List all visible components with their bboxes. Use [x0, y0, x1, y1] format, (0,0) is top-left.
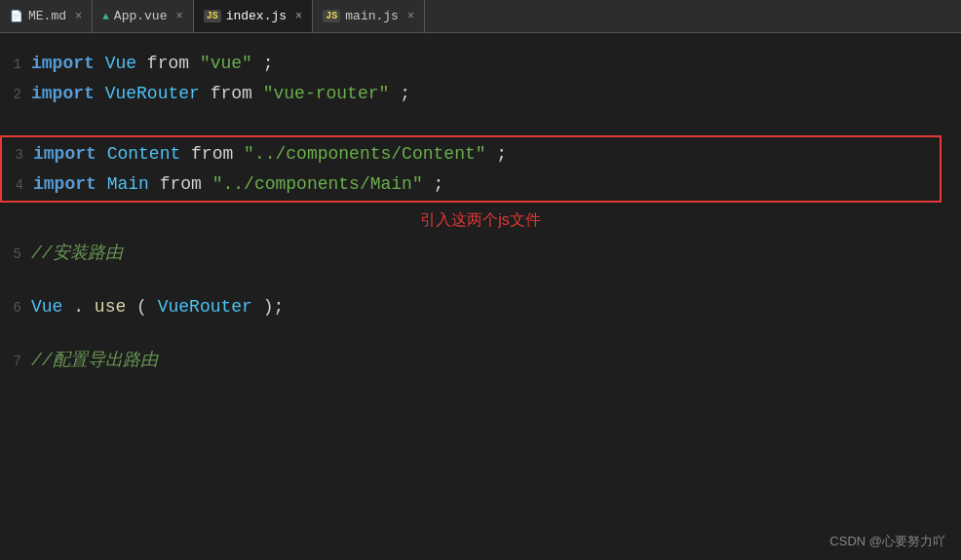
tab-readme-label: ME.md — [28, 9, 66, 23]
gutter-7: 7 — [0, 351, 31, 374]
line-content-3: import Content from "../components/Conte… — [33, 139, 920, 169]
empty-line-2 — [0, 269, 961, 292]
tab-bar: 📄 ME.md × ▲ App.vue × JS index.js × JS m… — [0, 0, 961, 33]
gutter-2: 2 — [0, 84, 31, 107]
code-line-7: 7 //配置导出路由 — [0, 346, 961, 376]
tab-indexjs-close[interactable]: × — [295, 10, 302, 23]
tab-appvue-close[interactable]: × — [175, 10, 182, 23]
str-main: "../components/Main" — [212, 174, 423, 194]
line-content-2: import VueRouter from "vue-router" ; — [31, 79, 942, 109]
tab-appvue-label: App.vue — [114, 9, 168, 23]
highlight-box: 3 import Content from "../components/Con… — [0, 135, 942, 203]
line-content-1: import Vue from "vue" ; — [31, 49, 942, 79]
semi-2: ; — [400, 84, 410, 103]
code-line-3: 3 import Content from "../components/Con… — [2, 139, 940, 169]
kw-import-1: import — [31, 54, 95, 73]
from-2: from — [211, 84, 252, 103]
code-line-4: 4 import Main from "../components/Main" … — [2, 169, 940, 200]
tab-mainjs-label: main.js — [345, 9, 399, 23]
editor-area: 1 import Vue from "vue" ; 2 import VueRo… — [0, 33, 961, 560]
empty-line-3 — [0, 322, 961, 346]
paren-open: ( — [136, 297, 147, 317]
annotation-text: 引入这两个js文件 — [0, 206, 961, 239]
from-4: from — [160, 174, 202, 194]
code-line-2: 2 import VueRouter from "vue-router" ; — [0, 79, 961, 109]
id-vue-2: Vue — [31, 297, 62, 317]
md-icon: 📄 — [10, 10, 23, 22]
kw-import-4: import — [33, 174, 96, 194]
tab-appvue[interactable]: ▲ App.vue × — [93, 0, 193, 32]
id-vuerouter: VueRouter — [105, 84, 200, 103]
code-line-6: 6 Vue . use ( VueRouter ); — [0, 292, 961, 322]
paren-close: ); — [263, 297, 285, 317]
vue-icon: ▲ — [102, 11, 109, 22]
line-content-6: Vue . use ( VueRouter ); — [31, 292, 942, 322]
id-main: Main — [107, 174, 149, 194]
gutter-6: 6 — [0, 297, 31, 320]
js-icon-main: JS — [323, 10, 340, 22]
tab-indexjs-label: index.js — [226, 9, 287, 23]
code-line-5: 5 //安装路由 — [0, 239, 961, 269]
from-3: from — [191, 144, 233, 164]
tab-mainjs-close[interactable]: × — [407, 10, 414, 23]
gutter-3: 3 — [2, 144, 33, 168]
method-use: use — [95, 297, 126, 317]
kw-import-3: import — [33, 144, 96, 164]
str-vuerouter: "vue-router" — [263, 84, 390, 103]
watermark: CSDN @心要努力吖 — [829, 533, 945, 550]
str-content: "../components/Content" — [244, 144, 485, 164]
id-content: Content — [107, 144, 181, 164]
semi-3: ; — [496, 144, 507, 164]
gutter-5: 5 — [0, 243, 31, 267]
code-line-1: 1 import Vue from "vue" ; — [0, 49, 961, 79]
tab-readme-close[interactable]: × — [75, 10, 82, 23]
from-1: from — [147, 54, 189, 73]
id-vue: Vue — [105, 54, 136, 73]
dot-use: . — [73, 297, 84, 317]
gutter-1: 1 — [0, 54, 31, 77]
tab-indexjs[interactable]: JS index.js × — [194, 0, 314, 32]
line-content-4: import Main from "../components/Main" ; — [33, 169, 920, 200]
gutter-4: 4 — [2, 174, 33, 198]
kw-import-2: import — [31, 84, 95, 103]
line-content-7: //配置导出路由 — [31, 346, 942, 376]
line-content-5: //安装路由 — [31, 239, 942, 269]
js-icon-index: JS — [204, 10, 221, 22]
semi-1: ; — [263, 54, 274, 73]
id-vuerouter-2: VueRouter — [158, 297, 252, 317]
str-vue: "vue" — [200, 54, 252, 73]
semi-4: ; — [434, 174, 444, 194]
tab-readme[interactable]: 📄 ME.md × — [0, 0, 93, 32]
empty-line-1 — [0, 108, 961, 131]
tab-mainjs[interactable]: JS main.js × — [313, 0, 425, 32]
